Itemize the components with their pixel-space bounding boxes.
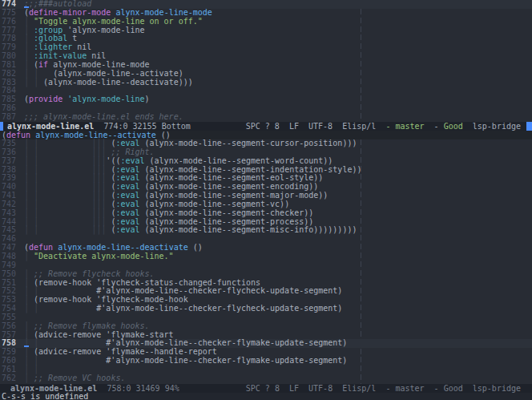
code-line-745[interactable]: 745│ │ │││ (:eval (alynx-mode-line--segm… xyxy=(0,226,532,235)
indent-guide: │ │ xyxy=(24,78,43,87)
code-text: │ │ #'alynx-mode-line--checker-flycheck-… xyxy=(24,305,342,313)
vc-branch[interactable]: - master xyxy=(376,122,424,131)
code-text: │ │ #'alynx-mode-line--checker-flymake-u… xyxy=(24,357,347,366)
code-token: :eval xyxy=(120,156,144,165)
code-token: :eval xyxy=(115,208,139,217)
line-number: 782 xyxy=(0,70,16,79)
code-line-760[interactable]: 760│ │ #'alynx-mode-line--checker-flymak… xyxy=(0,357,532,366)
code-token: if xyxy=(38,60,48,69)
modeline-left: alynx-mode-line.el 774:0 32155 Bottom xyxy=(3,122,191,131)
minibuffer-echo-area[interactable]: C-s-s is undefined xyxy=(0,393,532,400)
code-text: (provide 'alynx-mode-line) xyxy=(24,95,150,104)
code-token: :eval xyxy=(115,139,139,147)
code-line-754[interactable]: 754│ │ #'alynx-mode-line--checker-flyche… xyxy=(0,305,532,313)
code-token: (alynx-mode-line--segment-encoding)) xyxy=(140,182,319,191)
modeline-right: SPC ? 8 LF UTF-8 Elisp/l - master - Good… xyxy=(246,122,521,131)
buffer-name[interactable]: alynx-mode-line.el xyxy=(7,122,94,131)
code-token: (alynx-mode-line--segment-checker)) xyxy=(140,208,314,217)
bottom-modeline: alynx-mode-line.el 758:0 31469 94% SPC ?… xyxy=(0,384,532,393)
code-token: t xyxy=(67,34,77,42)
eol-style[interactable]: LF xyxy=(280,384,299,393)
code-token: nil xyxy=(87,51,106,60)
code-token: #'alynx-mode-line--checker-flymake-updat… xyxy=(38,338,347,347)
code-text: │ │ (alynx-mode-line--deactivate))) xyxy=(24,79,193,87)
code-line-787[interactable]: 787;;; alynx-mode-line.el ends here. xyxy=(0,113,532,122)
cursor-position[interactable]: 774:0 32155 Bottom xyxy=(94,122,190,131)
code-token: nil xyxy=(72,42,91,51)
buffer-name[interactable]: alynx-mode-line.el xyxy=(10,384,97,393)
indent-guide: │ xyxy=(24,17,34,26)
indent-guide: │ │ │││ xyxy=(24,156,106,165)
indent-guide: │ │ │││ xyxy=(24,200,111,208)
code-token: ;; Right. xyxy=(111,147,154,156)
indent-guide: │ xyxy=(24,330,34,339)
line-number: 737 xyxy=(0,157,16,166)
code-line-762[interactable]: 762│ ;; Remove VC hooks. xyxy=(0,374,532,383)
code-token: () xyxy=(188,243,203,252)
indent-guide: │ xyxy=(24,252,34,261)
code-token: ;;; alynx-mode-line.el ends here. xyxy=(24,112,183,121)
indent-guide: │ xyxy=(24,34,34,42)
line-number: 756 xyxy=(0,322,16,331)
indentation-style[interactable]: SPC ? 8 xyxy=(246,384,280,393)
code-token: 'alynx-mode-line xyxy=(62,26,144,34)
process[interactable]: lsp-bridge xyxy=(463,384,521,393)
code-line-748[interactable]: 748│ "Deactivate alynx-mode-line." xyxy=(0,253,532,261)
indent-guide: │ │ │││ xyxy=(24,225,111,234)
code-token: ) xyxy=(145,95,150,103)
vc-branch[interactable]: - master xyxy=(376,384,424,393)
indent-guide: │ │ xyxy=(24,69,53,78)
code-text: │ ;; Remove VC hooks. xyxy=(24,374,125,383)
code-token: :eval xyxy=(115,165,139,174)
code-token: ;; Remove VC hooks. xyxy=(34,374,125,382)
checker-separator[interactable]: - xyxy=(425,122,444,131)
code-token: (remove-hook 'flycheck-mode-hook xyxy=(34,295,188,304)
major-mode[interactable]: Elisp/l xyxy=(332,384,376,393)
code-text: │ │ │││ (:eval (alynx-mode-line--segment… xyxy=(24,226,357,235)
indent-guide: │ xyxy=(24,374,34,382)
cursor-position[interactable]: 758:0 31469 94% xyxy=(97,384,179,393)
code-token: 'alynx-mode-line xyxy=(67,95,144,103)
code-token: (advice-remove 'flymake--handle-report xyxy=(34,347,217,356)
checker-status[interactable]: - Good xyxy=(425,384,463,393)
indent-guide: │ xyxy=(24,295,34,304)
top-modeline: alynx-mode-line.el 774:0 32155 Bottom SP… xyxy=(0,122,532,131)
indent-guide: │ xyxy=(24,26,34,34)
indent-guide: │ xyxy=(24,42,34,51)
code-token: defun xyxy=(29,243,53,252)
line-number: 787 xyxy=(0,113,16,122)
code-token: (alynx-mode-line--deactivate))) xyxy=(43,78,193,87)
indentation-style[interactable]: SPC ? 8 xyxy=(246,122,280,131)
process[interactable]: lsp-bridge xyxy=(463,122,521,131)
major-mode[interactable]: Elisp/l xyxy=(332,122,376,131)
code-token: '(( xyxy=(106,156,120,165)
code-token: (alynx-mode-line--activate) xyxy=(53,69,183,78)
code-token: (alynx-mode-line--segment-word-count)) xyxy=(145,156,333,165)
code-token: alynx-mode-line-mode xyxy=(115,8,212,17)
code-token: (alynx-mode-line--segment-process)) xyxy=(140,217,314,226)
code-token: define-minor-mode xyxy=(29,8,111,17)
code-token: :eval xyxy=(115,217,139,226)
line-number: 743 xyxy=(0,209,16,218)
code-token: :eval xyxy=(115,191,139,200)
indent-guide: │ xyxy=(24,60,34,69)
code-token: (alynx-mode-line--segment-misc-info)))))… xyxy=(140,225,357,234)
code-token: :eval xyxy=(115,200,139,208)
encoding[interactable]: UTF-8 xyxy=(299,122,332,131)
indent-guide: │ │ xyxy=(24,304,38,313)
code-line-777[interactable]: 777│ :group 'alynx-mode-line xyxy=(0,26,532,35)
code-token: :lighter xyxy=(34,42,72,51)
eol-style[interactable]: LF xyxy=(280,122,299,131)
code-token: (alynx-mode-line--segment-indentation-st… xyxy=(140,165,362,174)
code-token: ;; Remove flymake hooks. xyxy=(34,321,150,330)
code-token: "Toggle alynx-mode-line on or off." xyxy=(34,17,203,26)
code-token: :global xyxy=(34,34,67,42)
code-token: (alynx-mode-line--segment-eol-style)) xyxy=(140,173,324,182)
encoding[interactable]: UTF-8 xyxy=(299,384,332,393)
code-line-783[interactable]: 783│ │ (alynx-mode-line--deactivate))) xyxy=(0,79,532,87)
checker-status[interactable]: Good xyxy=(444,122,463,131)
indent-guide: │ │ │││ xyxy=(24,173,111,182)
code-token: (remove-hook 'flycheck-status-changed-fu… xyxy=(34,278,260,287)
code-line-785[interactable]: 785(provide 'alynx-mode-line) xyxy=(0,95,532,104)
indent-guide: │ │ │││ xyxy=(24,208,111,217)
